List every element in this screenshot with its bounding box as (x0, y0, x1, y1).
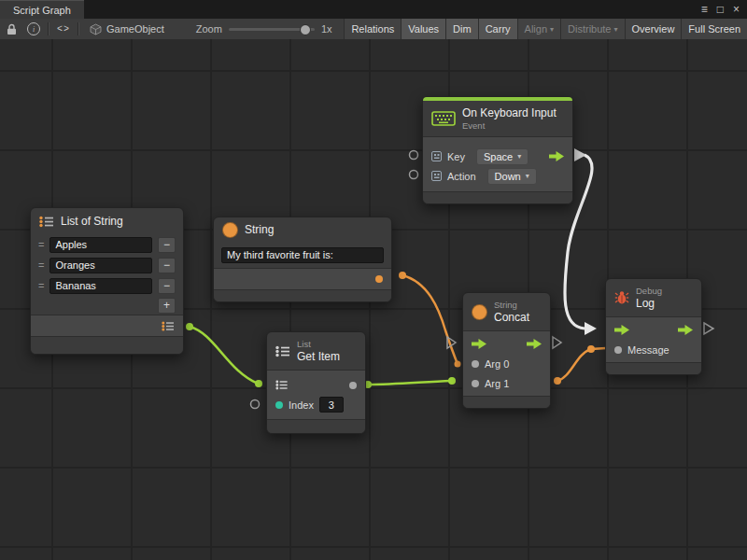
chevron-down-icon: ▾ (614, 25, 618, 34)
chevron-down-icon: ▾ (550, 25, 554, 34)
zoom-slider[interactable] (229, 23, 315, 35)
flow-input-port[interactable] (472, 339, 486, 349)
list-output-port[interactable] (162, 321, 175, 331)
values-button[interactable]: Values (401, 19, 445, 39)
remove-item-button-2[interactable]: − (158, 278, 176, 294)
key-port-row: Key Space ▾ (423, 147, 572, 166)
minus-icon: − (163, 259, 170, 271)
flow-output-port[interactable] (678, 325, 693, 335)
node-header[interactable]: List of String (31, 208, 183, 234)
list-item-row: = − (31, 275, 183, 296)
flow-row (606, 320, 701, 340)
maximize-icon[interactable]: □ (717, 4, 724, 15)
tab-script-graph[interactable]: Script Graph (0, 0, 84, 19)
info-button[interactable]: i (22, 19, 45, 39)
arg1-input-row: Arg 1 (463, 373, 550, 393)
node-list-of-string[interactable]: List of String = − = − = − (30, 207, 184, 355)
lock-button[interactable] (0, 19, 22, 39)
message-input-port[interactable] (614, 346, 622, 354)
string-output-port[interactable] (375, 275, 383, 283)
drag-handle-icon[interactable]: = (38, 280, 44, 291)
node-get-item[interactable]: List Get Item Index (266, 331, 366, 434)
code-view-button[interactable]: <> (52, 19, 75, 39)
arg0-input-port[interactable] (472, 360, 479, 368)
message-input-row: Message (606, 340, 701, 359)
action-port-row: Action Down ▾ (423, 166, 572, 186)
string-type-icon (222, 222, 238, 238)
dim-button[interactable]: Dim (445, 19, 478, 39)
gameobject-target-button[interactable]: GameObject (82, 19, 172, 39)
list-item-input-1[interactable] (49, 258, 152, 273)
list-item-input-2[interactable] (49, 278, 152, 294)
index-input-port[interactable] (275, 401, 283, 409)
node-footer (214, 290, 391, 301)
window-controls: ≡ □ × (701, 0, 747, 19)
node-footer (423, 192, 572, 203)
node-header[interactable]: String Concat (463, 293, 550, 330)
fullscreen-button[interactable]: Full Screen (681, 19, 747, 39)
string-value-row (214, 242, 391, 268)
node-string-concat[interactable]: String Concat Arg 0 (462, 292, 551, 409)
index-input[interactable] (319, 397, 344, 413)
flow-input-port[interactable] (614, 325, 629, 335)
item-output-port[interactable] (349, 382, 357, 389)
list-item-row: = − (31, 255, 183, 275)
menu-icon[interactable]: ≡ (701, 4, 708, 15)
node-footer (463, 397, 550, 408)
arg0-label: Arg 0 (485, 358, 509, 370)
node-title: Concat (494, 311, 529, 324)
node-header[interactable]: Debug Log (606, 279, 701, 316)
bug-icon (614, 290, 629, 305)
align-button: Align ▾ (517, 19, 560, 39)
list-item-row: = − (31, 234, 183, 255)
toolbar-separator (48, 22, 49, 35)
list-icon (39, 216, 54, 228)
remove-item-button-1[interactable]: − (158, 258, 176, 273)
node-header[interactable]: On Keyboard Input Event (423, 101, 572, 136)
node-title: List of String (61, 215, 123, 228)
node-header[interactable]: String (214, 217, 391, 242)
drag-handle-icon[interactable]: = (38, 259, 44, 271)
dropdown-value: Down (495, 171, 521, 182)
node-string-literal[interactable]: String (213, 217, 392, 302)
zoom-control: Zoom 1x (196, 23, 332, 35)
node-body: Message (606, 316, 701, 363)
string-value-input[interactable] (221, 247, 384, 263)
info-glyph: i (33, 25, 35, 34)
list-input-row (267, 375, 365, 395)
arg1-label: Arg 1 (485, 378, 509, 389)
node-on-keyboard-input[interactable]: On Keyboard Input Event Key Space ▾ (422, 96, 573, 204)
zoom-value: 1x (321, 23, 332, 35)
keycode-type-icon (431, 151, 442, 161)
carry-button[interactable]: Carry (478, 19, 517, 39)
arg0-input-row: Arg 0 (463, 354, 550, 373)
list-items: = − = − = − (31, 234, 183, 315)
close-icon[interactable]: × (733, 4, 740, 15)
message-label: Message (627, 344, 669, 356)
zoom-slider-knob[interactable] (300, 24, 311, 35)
overview-button[interactable]: Overview (625, 19, 682, 39)
remove-item-button-0[interactable]: − (158, 237, 176, 253)
flow-output-port[interactable] (549, 151, 564, 161)
info-icon: i (27, 22, 40, 35)
action-dropdown[interactable]: Down ▾ (487, 168, 537, 185)
node-footer (606, 363, 701, 374)
button-label: Dim (453, 23, 472, 35)
string-output-band (214, 268, 391, 290)
add-item-button[interactable]: + (158, 298, 176, 314)
flow-output-port[interactable] (527, 339, 542, 349)
node-title: String (245, 223, 274, 236)
key-label: Key (447, 151, 465, 162)
lock-icon (7, 23, 17, 35)
key-dropdown[interactable]: Space ▾ (476, 148, 529, 165)
node-footer (31, 337, 183, 354)
drag-handle-icon[interactable]: = (38, 239, 44, 250)
button-label: Relations (351, 23, 394, 35)
arg1-input-port[interactable] (472, 380, 479, 387)
node-header[interactable]: List Get Item (267, 332, 365, 370)
list-input-port[interactable] (275, 380, 288, 390)
graph-toolbar: i <> GameObject Zoom 1x Relations (0, 19, 747, 40)
node-debug-log[interactable]: Debug Log Message (605, 278, 702, 375)
list-item-input-0[interactable] (49, 237, 152, 253)
relations-button[interactable]: Relations (344, 19, 401, 39)
